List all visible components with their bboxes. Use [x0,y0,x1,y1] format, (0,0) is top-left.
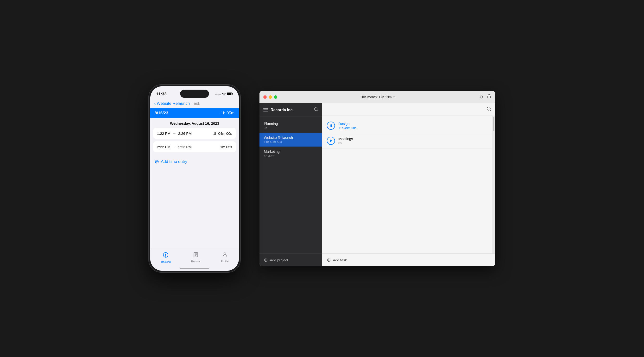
tab-tracking[interactable]: Tracking [161,252,171,263]
entry-arrow-1: → [172,131,176,135]
task-pause-button-design[interactable] [327,122,335,130]
entry-times-1: 1:22 PM → 2:26 PM [157,131,192,135]
phone-screen: 11:33 ▪ ▪ ▪ ‹ Website Relaunch Task 8/16… [150,86,239,271]
entry-end-1: 2:26 PM [178,131,192,135]
svg-rect-16 [263,111,268,112]
add-project-label: Add project [270,258,288,262]
add-task-icon: ⊕ [327,257,331,263]
sidebar-header: Recorda Inc. [260,103,322,117]
svg-marker-23 [330,139,332,142]
add-task-button[interactable]: ⊕ Add task [322,254,495,266]
phone-nav-bar: ‹ Website Relaunch Task [150,99,239,108]
sidebar-project-planning[interactable]: Planning 0s [260,119,322,133]
svg-rect-22 [332,124,332,127]
wifi-icon: ▪ ▪ ▪ [216,92,220,96]
sidebar-project-marketing[interactable]: Marketing 5h 30m [260,147,322,160]
task-info-meetings: Meetings 0s [338,137,488,145]
sidebar-app-name: Recorda Inc. [270,108,294,112]
add-time-entry-label: Add time entry [161,159,187,164]
profile-icon [222,252,228,259]
entry-arrow-2: → [172,145,176,149]
mac-title-text: This month: 17h 19m [360,95,392,99]
back-label: Website Relaunch [157,101,190,106]
mac-body: Recorda Inc. Planning 0s Website Relaunc… [260,103,495,266]
svg-rect-1 [232,93,233,94]
sidebar-projects: Planning 0s Website Relaunch 11h 49m 50s… [260,117,322,254]
sidebar-search-icon[interactable] [314,107,318,113]
mac-title: This month: 17h 19m ▾ [360,95,394,99]
nav-tag-label: Task [192,101,200,106]
entry-end-2: 2:23 PM [178,145,192,149]
sidebar-project-website-relaunch[interactable]: Website Relaunch 11h 49m 50s [260,133,322,147]
task-play-button-meetings[interactable] [327,137,335,145]
project-name-planning: Planning [264,122,318,126]
main-search-icon[interactable] [486,106,491,112]
add-project-button[interactable]: ⊕ Add project [260,254,322,266]
mac-main-header [322,103,495,116]
task-duration-design: 11h 49m 50s [338,126,488,130]
mac-main: Design 11h 49m 50s Meetings [322,103,495,266]
svg-rect-2 [227,93,232,95]
phone-clock: 11:33 [156,92,166,97]
phone-date-header: 8/16/23 1h 05m [150,108,239,118]
task-name-design: Design [338,122,488,126]
entry-duration-2: 1m 05s [220,145,232,149]
entry-duration-1: 1h 04m 00s [213,131,232,135]
close-button[interactable] [263,95,267,99]
svg-rect-14 [263,108,268,109]
back-button[interactable]: ‹ Website Relaunch [154,101,190,106]
mac-scrollbar-thumb[interactable] [493,117,494,131]
title-chevron-icon[interactable]: ▾ [393,95,394,99]
entry-start-1: 1:22 PM [157,131,170,135]
mac-scrollbar[interactable] [492,116,495,254]
project-name-marketing: Marketing [264,149,318,153]
add-project-icon: ⊕ [264,257,268,263]
task-name-meetings: Meetings [338,137,488,141]
tracking-icon [162,252,169,260]
mac-main-with-scroll: Design 11h 49m 50s Meetings [322,116,495,254]
phone-status-icons: ▪ ▪ ▪ [216,92,233,96]
task-meetings[interactable]: Meetings 0s [322,133,492,148]
svg-line-20 [490,110,491,111]
svg-line-18 [317,110,318,111]
phone-device: 11:33 ▪ ▪ ▪ ‹ Website Relaunch Task 8/16… [149,85,240,272]
add-time-entry-button[interactable]: ⊕ Add time entry [150,155,239,169]
tab-profile[interactable]: Profile [221,252,228,263]
mac-sidebar: Recorda Inc. Planning 0s Website Relaunc… [260,103,322,266]
add-time-entry-icon: ⊕ [155,159,159,165]
reports-icon [193,252,199,259]
share-icon[interactable] [487,94,491,100]
phone-day-label: Wednesday, August 16, 2023 [150,118,239,128]
settings-icon[interactable]: ⚙ [479,94,483,100]
battery-icon [227,92,233,96]
mac-titlebar: This month: 17h 19m ▾ ⚙ [260,91,495,103]
minimize-button[interactable] [268,95,272,99]
profile-tab-label: Profile [221,260,228,263]
home-indicator [180,268,209,269]
phone-time-entries: 1:22 PM → 2:26 PM 1h 04m 00s 2:22 PM → 2… [150,128,239,152]
time-entry-1[interactable]: 1:22 PM → 2:26 PM 1h 04m 00s [153,128,236,139]
phone-date-duration: 1h 05m [221,111,234,116]
task-info-design: Design 11h 49m 50s [338,122,488,130]
wifi-symbol [222,92,226,96]
entry-start-2: 2:22 PM [157,145,170,149]
titlebar-actions: ⚙ [479,94,491,100]
phone-notch [180,90,209,98]
time-entry-2[interactable]: 2:22 PM → 2:23 PM 1m 05s [153,141,236,152]
mac-tasks: Design 11h 49m 50s Meetings [322,116,492,254]
svg-point-13 [224,253,226,255]
mac-app-window: This month: 17h 19m ▾ ⚙ [260,91,495,266]
traffic-lights [263,95,277,99]
task-design[interactable]: Design 11h 49m 50s [322,118,492,133]
svg-point-4 [165,254,166,256]
tracking-tab-label: Tracking [161,260,171,263]
entry-times-2: 2:22 PM → 2:23 PM [157,145,192,149]
sidebar-toggle-icon[interactable] [263,107,268,113]
phone-date: 8/16/23 [155,111,168,116]
sidebar-left: Recorda Inc. [263,107,294,113]
svg-rect-15 [263,110,268,110]
svg-rect-21 [330,124,331,127]
maximize-button[interactable] [274,95,277,99]
tab-reports[interactable]: Reports [191,252,200,263]
project-name-website-relaunch: Website Relaunch [264,135,318,140]
